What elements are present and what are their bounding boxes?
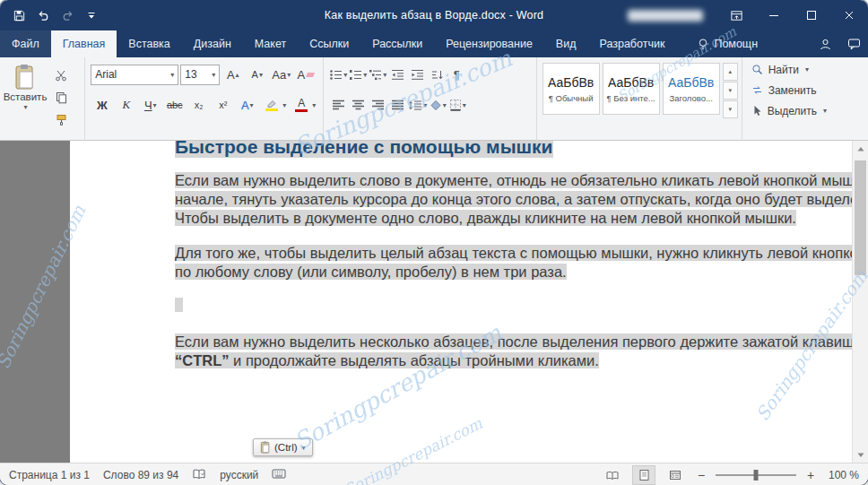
web-layout-button[interactable] — [664, 465, 687, 485]
text-effects-button[interactable]: А▾ — [236, 96, 258, 115]
save-button[interactable] — [8, 4, 30, 26]
styles-gallery-more-button[interactable]: ▾ — [723, 100, 738, 118]
select-button[interactable]: Выделить ▾ — [744, 100, 866, 121]
paint-bucket-icon — [430, 100, 442, 111]
format-painter-button[interactable] — [52, 111, 70, 129]
style-normal[interactable]: АаБбВв ¶ Обычный — [542, 63, 600, 115]
comments-button[interactable] — [839, 30, 868, 57]
scroll-up-button[interactable] — [853, 141, 868, 156]
scroll-down-button[interactable] — [853, 447, 868, 463]
tab-developer[interactable]: Разработчик — [587, 30, 676, 57]
vertical-scrollbar[interactable] — [852, 141, 868, 463]
maximize-button[interactable] — [793, 0, 830, 30]
superscript-button[interactable]: х² — [212, 96, 234, 115]
tab-view[interactable]: Вид — [544, 30, 588, 57]
bold-button[interactable]: Ж — [91, 96, 113, 115]
ribbon: Вставить ▾ Буфер обм... — [0, 57, 868, 141]
tab-layout[interactable]: Макет — [243, 30, 298, 57]
zoom-in-button[interactable]: + — [804, 468, 817, 482]
increase-indent-button[interactable] — [408, 65, 426, 83]
italic-button[interactable]: К — [115, 96, 137, 115]
status-page-count[interactable]: Страница 1 из 1 — [9, 469, 90, 481]
scrollbar-thumb[interactable] — [855, 160, 866, 275]
tab-insert[interactable]: Вставка — [117, 30, 181, 57]
show-marks-button[interactable]: ¶ — [447, 65, 465, 83]
shrink-font-button[interactable]: А▾ — [246, 65, 268, 84]
paste-button[interactable]: Вставить ▾ — [2, 59, 48, 142]
highlight-button[interactable]: ▾ — [260, 96, 288, 115]
status-right-controls: − + 100 % — [601, 465, 859, 485]
paste-options-button[interactable]: (Ctrl) ▾ — [253, 438, 313, 456]
read-mode-button[interactable] — [601, 465, 624, 485]
font-color-button[interactable]: А ▾ — [290, 96, 317, 115]
numbering-button[interactable]: ▾ — [349, 65, 367, 83]
cursor-select-icon — [751, 105, 762, 117]
tab-home[interactable]: Главная — [51, 30, 117, 57]
redo-icon — [61, 9, 74, 22]
paragraph-1[interactable]: Если вам нужно выделить слово в документ… — [175, 171, 868, 228]
user-account-blurred[interactable] — [628, 10, 703, 22]
shading-button[interactable]: ▾ — [429, 96, 447, 114]
close-button[interactable] — [830, 0, 868, 30]
undo-button[interactable] — [32, 4, 54, 26]
highlighter-pen-icon — [265, 99, 278, 108]
pilcrow-glyph: ¶ — [454, 68, 460, 82]
share-person-button[interactable] — [811, 30, 839, 57]
tab-review[interactable]: Рецензирование — [434, 30, 544, 57]
zoom-out-button[interactable]: − — [695, 468, 707, 482]
document-page[interactable]: Быстрое выделение с помощью мышки Если в… — [70, 141, 868, 463]
borders-button[interactable]: ▾ — [448, 96, 466, 114]
justify-button[interactable] — [388, 96, 406, 114]
tab-references[interactable]: Ссылки — [298, 30, 360, 57]
proofing-status-button[interactable] — [192, 469, 206, 482]
styles-gallery-down-button[interactable]: ▾ — [723, 82, 738, 100]
replace-button[interactable]: Заменить — [744, 80, 866, 100]
paragraph-2[interactable]: Для того же, чтобы выделить целый абзац … — [175, 244, 868, 281]
find-button[interactable]: Найти ▾ — [744, 59, 866, 80]
zoom-level[interactable]: 100 % — [825, 469, 859, 481]
customize-toolbar-icon — [87, 11, 96, 20]
align-center-button[interactable] — [349, 96, 367, 114]
tell-me-box[interactable]: Помощн — [689, 30, 767, 57]
grow-font-button[interactable]: А▴ — [221, 65, 244, 84]
quick-access-toolbar — [0, 4, 102, 26]
subscript-button[interactable]: х₂ — [187, 96, 210, 115]
style-heading1[interactable]: АаБбВв Заголово... — [663, 63, 720, 115]
clear-formatting-button[interactable]: А — [294, 65, 317, 84]
strikethrough-button[interactable]: abc — [163, 96, 186, 115]
minimize-button[interactable] — [755, 0, 793, 30]
tab-file[interactable]: Файл — [0, 30, 51, 57]
zoom-slider-thumb[interactable] — [754, 470, 759, 481]
styles-gallery-up-button[interactable]: ▴ — [723, 63, 738, 81]
bullets-button[interactable]: ▾ — [329, 65, 347, 83]
align-right-button[interactable] — [369, 96, 386, 114]
tab-design[interactable]: Дизайн — [182, 30, 243, 57]
underline-button[interactable]: Ч▾ — [139, 96, 161, 115]
multilevel-list-button[interactable]: ▾ — [369, 65, 386, 83]
status-language[interactable]: русский — [220, 469, 258, 481]
zoom-slider[interactable] — [716, 474, 796, 476]
change-case-button[interactable]: Аа▾ — [270, 65, 292, 84]
document-heading-clipped[interactable]: Быстрое выделение с помощью мышки — [175, 141, 868, 160]
font-size-combo[interactable]: 13 ▾ — [180, 65, 220, 85]
align-left-button[interactable] — [329, 96, 347, 114]
copy-button[interactable] — [52, 89, 70, 107]
decrease-indent-button[interactable] — [388, 65, 406, 83]
cut-button[interactable] — [52, 66, 70, 84]
styles-gallery-nav: ▴ ▾ ▾ — [723, 63, 738, 118]
document-heading[interactable]: Быстрое выделение с помощью мышки — [175, 141, 553, 158]
print-layout-button[interactable] — [632, 465, 655, 485]
font-family-combo[interactable]: Arial ▾ — [91, 65, 178, 85]
status-word-count[interactable]: Слово 89 из 94 — [103, 469, 178, 481]
empty-selected-line[interactable] — [175, 298, 868, 316]
qat-customize-button[interactable] — [81, 4, 102, 26]
tab-mailings[interactable]: Рассылки — [360, 30, 434, 57]
paragraph-3[interactable]: Если вам нужно выделить несколько абзаце… — [175, 333, 868, 370]
style-no-spacing[interactable]: АаБбВв ¶ Без инте... — [603, 63, 660, 115]
sort-button[interactable] — [428, 65, 446, 83]
line-spacing-button[interactable]: ▾ — [408, 96, 427, 114]
keyboard-status-button[interactable] — [272, 469, 286, 481]
ribbon-display-options-button[interactable] — [717, 0, 755, 30]
redo-button[interactable] — [56, 4, 78, 26]
minimize-icon — [768, 10, 779, 21]
